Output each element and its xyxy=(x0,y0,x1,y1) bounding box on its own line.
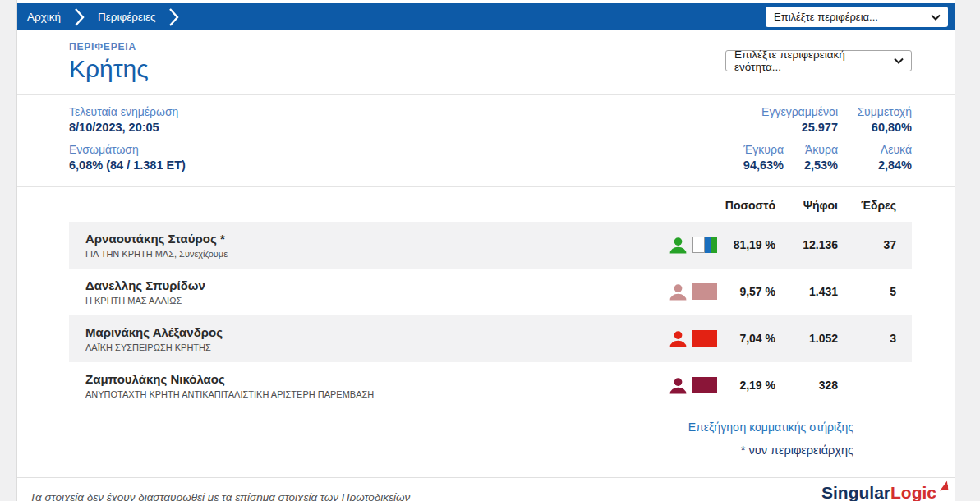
candidate-icons xyxy=(669,283,718,301)
invalid-value: 2,53% xyxy=(784,159,838,172)
chevron-down-icon xyxy=(931,14,941,21)
blank-stat: Λευκά 2,84% xyxy=(838,143,912,172)
title-block: ΠΕΡΙΦΕΡΕΙΑ Κρήτης xyxy=(69,41,149,84)
logo-text-logic: Logic xyxy=(890,483,936,501)
party-flag-icon xyxy=(692,330,717,347)
column-header-percent: Ποσοστό xyxy=(718,199,775,212)
stats-line-2: Έγκυρα 94,63% Άκυρα 2,53% Λευκά 2,84% xyxy=(722,143,912,172)
integration-label: Ενσωμάτωση xyxy=(69,143,186,156)
page-footer: Τα στοιχεία δεν έχουν διασταυρωθεί με τα… xyxy=(17,477,955,501)
candidate-icons xyxy=(669,377,718,394)
region-kicker: ΠΕΡΙΦΕΡΕΙΑ xyxy=(69,41,149,53)
party-flag-icon xyxy=(692,283,717,300)
stats-left: Τελευταία ενημέρωση 8/10/2023, 20:05 Ενσ… xyxy=(69,105,186,172)
last-update-label: Τελευταία ενημέρωση xyxy=(69,105,186,118)
registered-value: 25.977 xyxy=(748,121,838,134)
percent-value: 9,57 % xyxy=(718,285,775,298)
stats-right: Εγγεγραμμένοι 25.977 Συμμετοχή 60,80% Έγ… xyxy=(722,105,912,172)
last-update: Τελευταία ενημέρωση 8/10/2023, 20:05 xyxy=(69,105,186,134)
page-title: Κρήτης xyxy=(69,55,149,84)
candidate-cell: Μαρινάκης Αλέξανδρος ΛΑΪΚΗ ΣΥΣΠΕΙΡΩΣΗ ΚΡ… xyxy=(85,325,669,352)
party-name: ΑΝΥΠΟΤΑΧΤΗ ΚΡΗΤΗ ΑΝΤΙΚΑΠΙΤΑΛΙΣΤΙΚΗ ΑΡΙΣΤ… xyxy=(85,389,669,399)
invalid-label: Άκυρα xyxy=(784,143,838,156)
breadcrumb-chevron-icon xyxy=(168,7,179,27)
results-section: Ποσοστό Ψήφοι Έδρες Αρναουτάκης Σταύρος … xyxy=(17,186,955,457)
results-footnotes: Επεξήγηση κομματικής στήριξης * νυν περι… xyxy=(69,409,912,457)
result-row: Αρναουτάκης Σταύρος * ΓΙΑ ΤΗΝ ΚΡΗΤΗ ΜΑΣ,… xyxy=(69,222,912,269)
votes-value: 1.431 xyxy=(775,285,838,298)
result-row: Δανελλης Σπυρίδων Η ΚΡΗΤΗ ΜΑΣ ΑΛΛΙΩΣ 9,5… xyxy=(69,269,912,315)
party-name: Η ΚΡΗΤΗ ΜΑΣ ΑΛΛΙΩΣ xyxy=(85,296,669,306)
chevron-down-icon xyxy=(894,57,904,64)
valid-value: 94,63% xyxy=(722,159,784,172)
votes-value: 1.052 xyxy=(775,332,838,345)
votes-value: 328 xyxy=(775,379,838,392)
candidate-name: Μαρινάκης Αλέξανδρος xyxy=(85,325,669,339)
breadcrumb-regions[interactable]: Περιφέρειες xyxy=(98,11,155,23)
data-disclaimer: Τα στοιχεία δεν έχουν διασταυρωθεί με τα… xyxy=(30,483,410,501)
seats-value: 5 xyxy=(838,285,896,298)
candidate-person-icon xyxy=(669,377,688,394)
invalid-stat: Άκυρα 2,53% xyxy=(784,143,838,172)
valid-label: Έγκυρα xyxy=(722,143,784,156)
registered-label: Εγγεγραμμένοι xyxy=(748,105,838,118)
regional-unit-select[interactable]: Επιλέξτε περιφερειακή ενότητα... xyxy=(725,50,912,71)
percent-value: 81,19 % xyxy=(718,238,775,251)
logo-arrow-icon xyxy=(938,480,948,490)
candidate-icons xyxy=(669,330,718,347)
column-header-seats: Έδρες xyxy=(838,199,896,212)
result-row: Ζαμπουλάκης Νικόλαος ΑΝΥΠΟΤΑΧΤΗ ΚΡΗΤΗ ΑΝ… xyxy=(69,362,912,409)
stats-line-1: Εγγεγραμμένοι 25.977 Συμμετοχή 60,80% xyxy=(748,105,912,134)
candidate-person-icon xyxy=(669,330,688,347)
last-update-value: 8/10/2023, 20:05 xyxy=(69,121,186,134)
candidate-person-icon xyxy=(669,237,688,254)
result-row: Μαρινάκης Αλέξανδρος ΛΑΪΚΗ ΣΥΣΠΕΙΡΩΣΗ ΚΡ… xyxy=(69,315,912,362)
breadcrumb-chevron-icon xyxy=(74,7,85,27)
party-flag-icon xyxy=(692,237,717,253)
percent-value: 7,04 % xyxy=(718,332,775,345)
integration-value: 6,08% (84 / 1.381 ΕΤ) xyxy=(69,159,186,172)
flag-segment xyxy=(692,283,717,300)
participation-value: 60,80% xyxy=(838,121,912,134)
percent-value: 2,19 % xyxy=(718,379,775,392)
candidate-cell: Αρναουτάκης Σταύρος * ΓΙΑ ΤΗΝ ΚΡΗΤΗ ΜΑΣ,… xyxy=(85,232,669,259)
column-header-votes: Ψήφοι xyxy=(775,199,838,212)
page-container: Αρχική Περιφέρειες Επιλέξτε περιφέρεια..… xyxy=(16,0,955,501)
region-select-placeholder: Επιλέξτε περιφέρεια... xyxy=(774,11,878,23)
votes-value: 12.136 xyxy=(775,238,838,251)
candidate-icons xyxy=(669,237,718,254)
flag-segment xyxy=(711,237,717,253)
integration: Ενσωμάτωση 6,08% (84 / 1.381 ΕΤ) xyxy=(69,143,186,172)
candidate-cell: Ζαμπουλάκης Νικόλαος ΑΝΥΠΟΤΑΧΤΗ ΚΡΗΤΗ ΑΝ… xyxy=(85,372,669,399)
flag-segment xyxy=(692,330,717,347)
seats-value: 37 xyxy=(838,238,896,251)
results-table-header: Ποσοστό Ψήφοι Έδρες xyxy=(69,199,912,212)
participation-label: Συμμετοχή xyxy=(838,105,912,118)
incumbent-note: * νυν περιφερειάρχης xyxy=(69,444,853,457)
valid-stat: Έγκυρα 94,63% xyxy=(722,143,784,172)
flag-segment xyxy=(705,237,711,253)
participation-stat: Συμμετοχή 60,80% xyxy=(838,105,912,134)
logo-text-singular: Singular xyxy=(821,483,890,501)
party-support-link[interactable]: Επεξήγηση κομματικής στήριξης xyxy=(688,421,853,434)
flag-segment xyxy=(692,377,717,393)
results-rows: Αρναουτάκης Σταύρος * ΓΙΑ ΤΗΝ ΚΡΗΤΗ ΜΑΣ,… xyxy=(69,222,912,409)
region-select[interactable]: Επιλέξτε περιφέρεια... xyxy=(766,7,948,27)
candidate-name: Ζαμπουλάκης Νικόλαος xyxy=(85,372,669,386)
stats-section: Τελευταία ενημέρωση 8/10/2023, 20:05 Ενσ… xyxy=(17,94,955,186)
flag-segment xyxy=(692,237,705,253)
breadcrumb-home[interactable]: Αρχική xyxy=(27,11,61,23)
seats-value: 3 xyxy=(838,332,896,345)
candidate-cell: Δανελλης Σπυρίδων Η ΚΡΗΤΗ ΜΑΣ ΑΛΛΙΩΣ xyxy=(85,278,669,306)
registered-stat: Εγγεγραμμένοι 25.977 xyxy=(748,105,838,134)
party-name: ΛΑΪΚΗ ΣΥΣΠΕΙΡΩΣΗ ΚΡΗΤΗΣ xyxy=(85,342,669,352)
candidate-name: Αρναουτάκης Σταύρος * xyxy=(85,232,669,246)
blank-value: 2,84% xyxy=(838,159,912,172)
blank-label: Λευκά xyxy=(838,143,912,156)
party-flag-icon xyxy=(692,377,717,393)
page-header: ΠΕΡΙΦΕΡΕΙΑ Κρήτης Επιλέξτε περιφερειακή … xyxy=(17,30,955,94)
unit-select-placeholder: Επιλέξτε περιφερειακή ενότητα... xyxy=(734,48,894,73)
candidate-person-icon xyxy=(669,283,688,301)
candidate-name: Δανελλης Σπυρίδων xyxy=(85,278,669,292)
singularlogic-logo: SingularLogic xyxy=(821,483,948,501)
